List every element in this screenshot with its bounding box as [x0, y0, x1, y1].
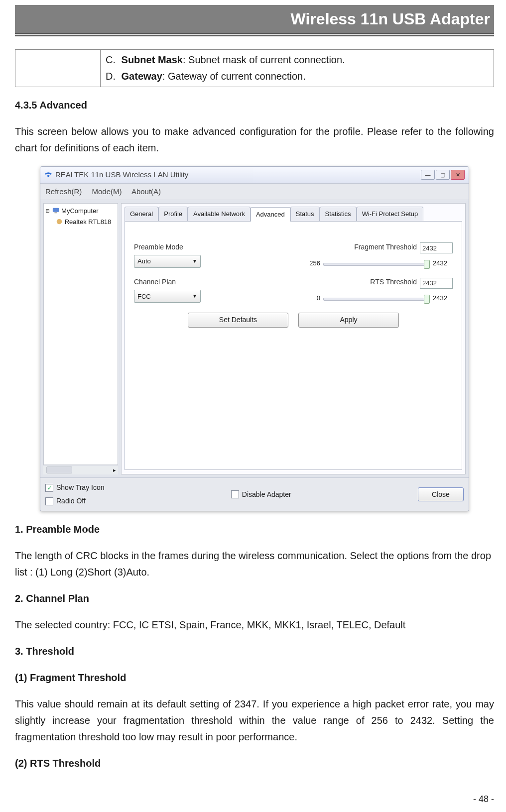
tree-root[interactable]: ⊟ MyComputer	[46, 206, 116, 216]
tab-profile[interactable]: Profile	[158, 207, 188, 221]
preamble-dropdown[interactable]: Auto ▼	[134, 255, 201, 268]
item-def: : Gateway of current connection.	[162, 71, 306, 82]
show-tray-checkbox[interactable]: ✓Show Tray Icon	[45, 482, 105, 493]
fragment-value-box[interactable]: 2432	[420, 242, 453, 253]
radio-off-checkbox[interactable]: Radio Off	[45, 495, 105, 507]
subheading-threshold: 3. Threshold	[15, 643, 494, 660]
radio-off-label: Radio Off	[56, 495, 86, 507]
paragraph: The length of CRC blocks in the frames d…	[15, 548, 494, 580]
item-letter: D.	[106, 68, 119, 85]
preamble-label: Preamble Mode	[134, 241, 286, 253]
banner-title: Wireless 11n USB Adapter	[15, 5, 494, 34]
document-header: Wireless 11n USB Adapter	[15, 5, 494, 36]
rts-max: 2432	[433, 293, 453, 303]
item-letter: C.	[106, 52, 119, 68]
fragment-slider[interactable]	[323, 259, 430, 268]
subheading-preamble: 1. Preamble Mode	[15, 521, 494, 538]
tab-advanced[interactable]: Advanced	[251, 207, 290, 221]
disable-adapter-checkbox[interactable]: Disable Adapter	[231, 489, 291, 500]
advanced-panel: Preamble Mode Auto ▼ Fragment Threshold …	[125, 221, 462, 470]
svg-rect-1	[55, 213, 57, 214]
tree-expander-icon[interactable]: ⊟	[46, 207, 50, 215]
tab-statistics[interactable]: Statistics	[320, 207, 357, 221]
menu-bar: Refresh(R) Mode(M) About(A)	[40, 184, 469, 201]
minimize-button[interactable]: —	[421, 170, 435, 180]
table-row: C. Subnet Mask: Subnet mask of current c…	[106, 52, 489, 68]
apply-button[interactable]: Apply	[298, 313, 399, 328]
channel-plan-dropdown[interactable]: FCC ▼	[134, 290, 201, 303]
tab-general[interactable]: General	[125, 207, 158, 221]
definition-table-fragment: C. Subnet Mask: Subnet mask of current c…	[15, 49, 494, 87]
section-intro: This screen below allows you to make adv…	[15, 123, 494, 156]
tree-child[interactable]: Realtek RTL818	[46, 217, 116, 227]
paragraph: The selected country: FCC, IC ETSI, Spai…	[15, 617, 494, 633]
item-def: : Subnet mask of current connection.	[183, 54, 345, 65]
subheading-channel-plan: 2. Channel Plan	[15, 590, 494, 607]
show-tray-label: Show Tray Icon	[56, 482, 105, 493]
rts-label: RTS Threshold	[300, 276, 417, 288]
disable-adapter-label: Disable Adapter	[242, 489, 291, 500]
tab-available-network[interactable]: Available Network	[188, 207, 251, 221]
app-window: REALTEK 11n USB Wireless LAN Utility — ▢…	[40, 166, 469, 512]
item-term: Gateway	[122, 71, 162, 82]
paragraph: This value should remain at its default …	[15, 696, 494, 745]
section-heading: 4.3.5 Advanced	[15, 97, 494, 114]
maximize-button[interactable]: ▢	[436, 170, 450, 180]
chevron-down-icon: ▼	[192, 257, 197, 266]
chevron-down-icon: ▼	[192, 292, 197, 301]
fragment-min: 256	[300, 258, 320, 268]
wifi-icon	[44, 171, 52, 179]
preamble-value: Auto	[137, 256, 151, 266]
menu-refresh[interactable]: Refresh(R)	[45, 187, 82, 196]
close-button[interactable]: Close	[418, 487, 464, 501]
computer-icon	[52, 207, 59, 214]
channel-plan-value: FCC	[137, 291, 151, 302]
rts-min: 0	[300, 293, 320, 303]
subheading-rts: (2) RTS Threshold	[15, 755, 494, 772]
tab-status[interactable]: Status	[290, 207, 320, 221]
svg-point-2	[57, 219, 62, 224]
item-term: Subnet Mask	[122, 54, 183, 65]
menu-about[interactable]: About(A)	[131, 187, 161, 196]
svg-rect-0	[53, 208, 59, 212]
tab-wps[interactable]: Wi-Fi Protect Setup	[357, 207, 424, 221]
set-defaults-button[interactable]: Set Defaults	[188, 313, 288, 328]
menu-mode[interactable]: Mode(M)	[92, 187, 122, 196]
tree-child-label: Realtek RTL818	[65, 218, 112, 226]
fragment-label: Fragment Threshold	[300, 241, 417, 253]
close-window-button[interactable]: ✕	[451, 170, 465, 180]
fragment-max: 2432	[433, 258, 453, 268]
table-row: D. Gateway: Gateway of current connectio…	[106, 68, 489, 85]
tree-root-label: MyComputer	[61, 207, 98, 215]
tab-bar: General Profile Available Network Advanc…	[122, 204, 465, 221]
rts-slider[interactable]	[323, 294, 430, 303]
subheading-fragment: (1) Fragment Threshold	[15, 670, 494, 686]
tree-hscroll[interactable]: ▸	[43, 465, 118, 474]
adapter-icon	[56, 218, 63, 225]
rts-value-box[interactable]: 2432	[420, 278, 453, 289]
window-title: REALTEK 11n USB Wireless LAN Utility	[55, 169, 418, 181]
channel-plan-label: Channel Plan	[134, 276, 286, 288]
